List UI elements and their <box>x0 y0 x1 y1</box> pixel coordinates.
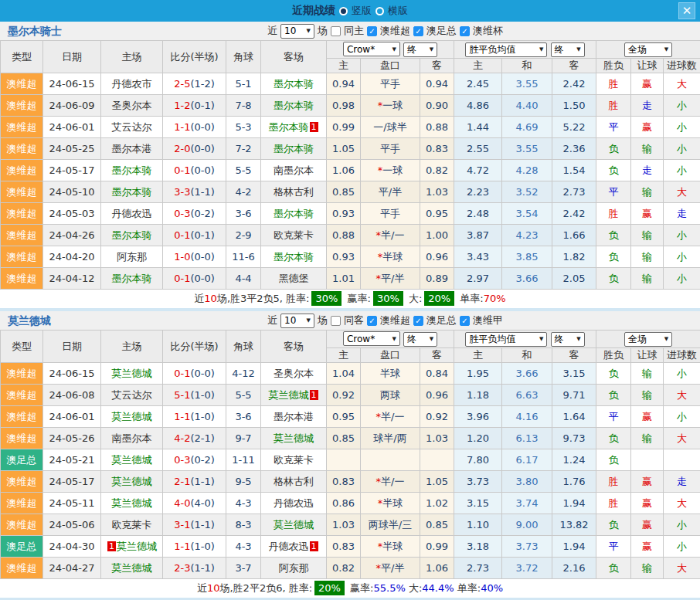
match-row: 澳维超24-05-25墨尔本港2-0(0-0)7-2墨尔本骑1.05平手0.83… <box>1 138 700 160</box>
handicap-cell: 半球 <box>361 363 420 385</box>
home-odds-cell: 0.92 <box>327 385 361 406</box>
summary-text: 40% <box>481 582 503 594</box>
same-home-checkbox[interactable] <box>331 26 341 36</box>
same-away-checkbox[interactable] <box>331 316 341 326</box>
league-checkbox-3[interactable] <box>460 26 470 36</box>
league-label-1[interactable]: 澳维超 <box>380 314 410 327</box>
col-odds-home: 主 <box>327 59 361 73</box>
handicap-result-value: 输 <box>642 368 652 379</box>
result-cell: 负 <box>596 428 631 449</box>
away-team-cell: 墨尔本骑1 <box>261 117 327 138</box>
mean-final-select[interactable]: 终▼ <box>551 332 585 347</box>
result-cell: 负 <box>596 514 631 536</box>
handicap-result-value: 输 <box>642 143 652 154</box>
mean-odds-select[interactable]: 胜平负均值▼ <box>465 42 547 57</box>
scope-select[interactable]: 全场▼ <box>624 332 672 347</box>
handicap-result-value: 输 <box>642 432 652 444</box>
goals-cell: 小 <box>664 225 700 246</box>
mean-draw-odds-cell: 4.69 <box>502 117 552 138</box>
horizontal-layout-label[interactable]: 横版 <box>388 4 408 18</box>
vertical-layout-radio[interactable] <box>339 7 348 15</box>
league-checkbox-3[interactable] <box>460 316 470 326</box>
league-cell: 澳足总 <box>1 449 43 471</box>
league-cell: 澳维超 <box>1 493 43 514</box>
mean-draw-odds-cell: 3.80 <box>502 471 552 493</box>
chevron-down-icon: ▼ <box>392 336 396 342</box>
result-value: 平 <box>609 121 619 133</box>
home-team-cell: 墨尔本骑 <box>101 181 163 203</box>
league-label-1[interactable]: 澳维超 <box>380 24 410 38</box>
date-cell: 24-04-20 <box>43 246 101 268</box>
league-name: 澳维超 <box>7 164 37 176</box>
mean-home-odds-cell: 3.87 <box>454 225 502 246</box>
col-result: 胜负 <box>596 348 631 363</box>
odds-final-select[interactable]: 终▼ <box>403 332 437 347</box>
odds-final-select[interactable]: 终▼ <box>403 42 437 57</box>
mean-home-odds-cell: 3.15 <box>454 493 502 514</box>
match-row: 澳维超24-04-20阿东那1-0(0-0)11-6墨尔本骑0.93*半球0.9… <box>1 246 700 268</box>
league-checkbox-2[interactable] <box>413 316 423 326</box>
team-name: 丹德农市 <box>112 78 152 90</box>
league-checkbox-2[interactable] <box>413 26 423 36</box>
col-type: 类型 <box>1 331 43 363</box>
home-odds-cell: 1.03 <box>327 514 361 536</box>
league-label-2[interactable]: 澳足总 <box>426 314 457 327</box>
league-name: 澳维超 <box>7 229 37 241</box>
goals-value: 大 <box>677 186 687 198</box>
league-name: 澳维超 <box>7 251 37 263</box>
mean-final-select[interactable]: 终▼ <box>551 42 585 57</box>
col-score: 比分(半场) <box>163 331 226 363</box>
goals-value: 小 <box>677 143 687 154</box>
mean-draw-odds-cell: 4.16 <box>502 406 552 428</box>
same-home-label[interactable]: 同主 <box>344 24 364 38</box>
odds-company-select[interactable]: Crow*▼ <box>343 42 400 56</box>
match-count-select[interactable]: 10▼ <box>280 24 314 39</box>
league-cell: 澳维超 <box>1 514 43 536</box>
mean-draw-odds-cell: 6.63 <box>502 385 552 406</box>
score-cell: 3-1(1-1) <box>163 514 226 536</box>
date-cell: 24-04-27 <box>43 558 101 579</box>
close-button[interactable]: ✕ <box>678 2 695 19</box>
goals-value: 小 <box>677 541 687 552</box>
score-cell: 4-2(2-1) <box>163 428 226 449</box>
odds-company-select[interactable]: Crow*▼ <box>343 331 400 346</box>
col-mean-draw: 和 <box>502 59 552 73</box>
away-odds-cell: 0.88 <box>420 117 454 138</box>
full-score: 0-1 <box>174 229 190 241</box>
handicap-result-cell: 走 <box>631 160 664 181</box>
goals-value: 小 <box>677 519 687 531</box>
match-count-select[interactable]: 10▼ <box>280 314 314 328</box>
match-row: 澳维超24-06-01莫兰德城1-1(1-0)3-6墨尔本港0.95*半/一0.… <box>1 406 700 428</box>
scope-select[interactable]: 全场▼ <box>624 42 672 57</box>
league-label-3[interactable]: 澳维杯 <box>473 24 503 38</box>
vertical-layout-label[interactable]: 竖版 <box>352 4 372 18</box>
league-cell: 澳维超 <box>1 160 43 181</box>
league-label-3[interactable]: 澳维甲 <box>473 314 503 327</box>
scope-group: 全场▼ <box>596 331 700 348</box>
half-score: (1-1) <box>190 186 214 198</box>
mean-home-odds-cell: 1.95 <box>454 363 502 385</box>
handicap-cell: *平/半 <box>361 558 420 579</box>
mean-odds-select[interactable]: 胜平负均值▼ <box>465 332 547 347</box>
same-away-label[interactable]: 同客 <box>344 314 364 327</box>
league-cell: 澳维超 <box>1 203 43 225</box>
handicap-cell: *半球 <box>361 246 420 268</box>
handicap-result-cell: 输 <box>631 138 664 160</box>
goals-value: 走 <box>677 476 687 487</box>
handicap-cell: 两球半/三 <box>361 514 420 536</box>
league-label-2[interactable]: 澳足总 <box>426 24 457 38</box>
score-cell: 0-1(0-1) <box>163 225 226 246</box>
league-name: 澳维超 <box>7 432 37 444</box>
league-checkbox-1[interactable] <box>367 316 377 326</box>
league-checkbox-1[interactable] <box>367 26 377 36</box>
filter-bar: 近 10▼ 场 同主 澳维超 澳足总 澳维杯 <box>267 22 503 40</box>
result-value: 负 <box>609 251 619 263</box>
result-value: 负 <box>609 143 619 154</box>
col-handicap-result: 让球 <box>631 59 664 73</box>
date-cell: 24-05-17 <box>43 160 101 181</box>
score-cell: 1-2(0-1) <box>163 95 226 117</box>
col-home: 主场 <box>101 41 163 73</box>
league-name: 澳足总 <box>7 541 37 552</box>
team-name: 格林古利 <box>274 476 314 487</box>
horizontal-layout-radio[interactable] <box>375 7 384 15</box>
